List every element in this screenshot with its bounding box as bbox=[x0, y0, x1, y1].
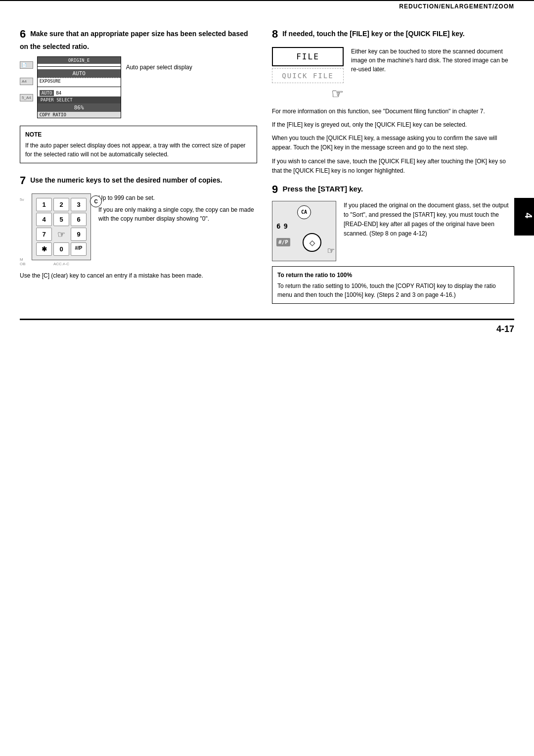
file-buttons-container: FILE QUICK FILE ☞ Either key can be touc… bbox=[272, 47, 514, 102]
step7-text3: Use the [C] (clear) key to cancel an ent… bbox=[20, 271, 257, 280]
page-number-bar: 4-17 bbox=[20, 319, 514, 334]
main-content: 6 Make sure that an appropriate paper si… bbox=[0, 12, 534, 304]
step9-desc: If you placed the original on the docume… bbox=[344, 201, 514, 239]
key-7[interactable]: 7 bbox=[36, 228, 52, 241]
hashp-key[interactable]: #/P bbox=[276, 238, 290, 246]
file-buttons-group: FILE QUICK FILE ☞ bbox=[272, 47, 344, 102]
step8-section: 8 If needed, touch the [FILE] key or the… bbox=[272, 27, 514, 176]
display-label: Auto paper select display bbox=[126, 64, 192, 72]
num-9: 9 bbox=[283, 222, 287, 230]
key-3[interactable]: 3 bbox=[71, 198, 87, 211]
step7-text2: If you are only making a single copy, th… bbox=[98, 205, 257, 223]
key-4[interactable]: 4 bbox=[36, 213, 52, 226]
step8-body3: When you touch the [QUICK FILE] key, a m… bbox=[272, 134, 514, 152]
step6-display-container: 📄 A4 5_A4 ORIGIN_E AUTO EXPOSURE AUTO B4 bbox=[20, 56, 257, 118]
key-hashp[interactable]: #/P bbox=[71, 242, 87, 256]
keypad-container: 5v MOB 1 2 3 4 5 6 bbox=[20, 193, 257, 266]
step7-heading: 7 Use the numeric keys to set the desire… bbox=[20, 173, 257, 189]
info-box: To return the ratio to 100% To return th… bbox=[272, 266, 514, 304]
step9-heading: 9 Press the [START] key. bbox=[272, 183, 514, 196]
step8-body2: If the [FILE] key is greyed out, only th… bbox=[272, 120, 514, 130]
key-6[interactable]: 6 bbox=[71, 213, 87, 226]
step7-text1: Up to 999 can be set. bbox=[98, 193, 257, 202]
step8-number: 8 bbox=[272, 28, 278, 40]
quick-file-button[interactable]: QUICK FILE bbox=[272, 68, 344, 83]
key-5[interactable]: 5 bbox=[53, 213, 69, 226]
start-panel-container: CA 6 9 #/P ◇ bbox=[272, 201, 514, 261]
note-title: NOTE bbox=[25, 130, 252, 139]
top-bar: REDUCTION/ENLARGEMENT/ZOOM bbox=[0, 0, 534, 12]
step7-text: Up to 999 can be set. If you are only ma… bbox=[98, 193, 257, 226]
key-0[interactable]: 0 bbox=[53, 242, 69, 256]
step6-number: 6 bbox=[20, 28, 26, 40]
note-text: If the auto paper select display does no… bbox=[25, 141, 252, 159]
left-column: 6 Make sure that an appropriate paper si… bbox=[20, 27, 257, 304]
keypad-wrapper: 5v MOB 1 2 3 4 5 6 bbox=[20, 193, 91, 266]
file-button[interactable]: FILE bbox=[272, 47, 344, 66]
step7-section: 7 Use the numeric keys to set the desire… bbox=[20, 173, 257, 280]
key-9[interactable]: 9 bbox=[71, 228, 87, 241]
start-panel: CA 6 9 #/P ◇ bbox=[272, 201, 336, 261]
step8-body1: For more information on this function, s… bbox=[272, 107, 514, 116]
step6-heading: 6 Make sure that an appropriate paper si… bbox=[20, 27, 257, 51]
step8-heading: 8 If needed, touch the [FILE] key or the… bbox=[272, 27, 514, 42]
ca-key[interactable]: CA bbox=[297, 205, 311, 219]
step8-desc: Either key can be touched to store the s… bbox=[351, 47, 514, 74]
keypad: 1 2 3 4 5 6 7 ☞ bbox=[32, 193, 91, 260]
keypad-grid: 1 2 3 4 5 6 7 ☞ bbox=[36, 198, 87, 256]
top-bar-text: REDUCTION/ENLARGEMENT/ZOOM bbox=[399, 3, 514, 10]
step9-number: 9 bbox=[272, 183, 278, 195]
key-2[interactable]: 2 bbox=[53, 198, 69, 211]
right-column: 8 If needed, touch the [FILE] key or the… bbox=[272, 27, 514, 304]
num-6: 6 bbox=[276, 222, 280, 230]
display-panel: ORIGIN_E AUTO EXPOSURE AUTO B4 PAPER SEL… bbox=[37, 56, 121, 118]
chapter-tab: 4 bbox=[514, 198, 534, 236]
keypad-label: ACC.#-C bbox=[32, 262, 91, 266]
key-1[interactable]: 1 bbox=[36, 198, 52, 211]
step7-number: 7 bbox=[20, 174, 26, 187]
key-star[interactable]: ✱ bbox=[36, 242, 52, 256]
key-hand: ☞ bbox=[53, 228, 69, 241]
info-text: To return the ratio setting to 100%, tou… bbox=[277, 282, 509, 299]
step9-section: 9 Press the [START] key. CA 6 9 bbox=[272, 183, 514, 304]
note-box: NOTE If the auto paper select display do… bbox=[20, 126, 257, 163]
key-clear[interactable]: C bbox=[90, 195, 102, 207]
step6-section: 6 Make sure that an appropriate paper si… bbox=[20, 27, 257, 163]
finger-icon: ☞ bbox=[331, 86, 344, 102]
page-number: 4-17 bbox=[496, 324, 514, 334]
step8-body4: If you wish to cancel the save, touch th… bbox=[272, 157, 514, 176]
info-title: To return the ratio to 100% bbox=[277, 271, 509, 280]
